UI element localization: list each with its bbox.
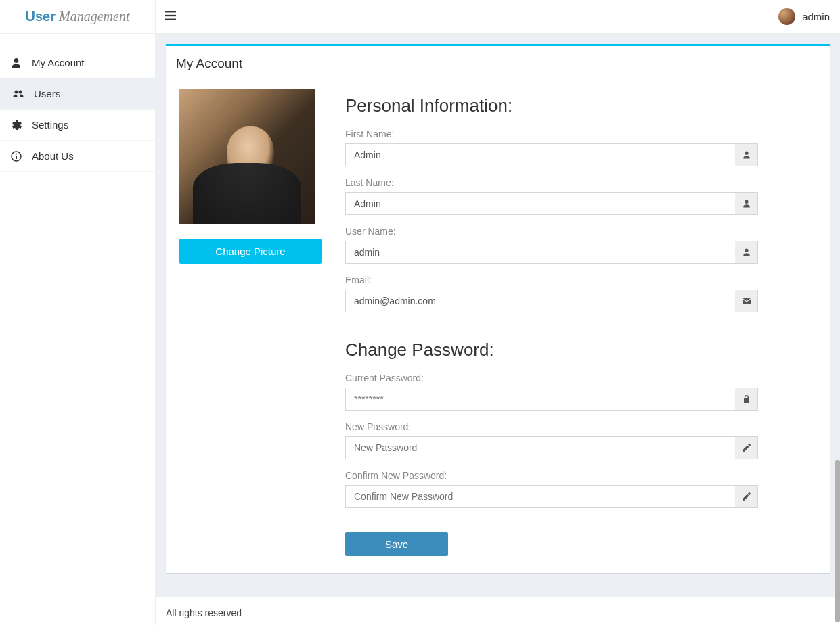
form-column: Personal Information: First Name: Last N…	[345, 89, 758, 556]
sidebar-item-label: About Us	[32, 150, 74, 162]
user-avatar-small	[778, 8, 795, 25]
svg-rect-1	[165, 15, 176, 16]
user-icon	[10, 57, 22, 68]
footer: All rights reserved	[156, 597, 840, 625]
sidebar-item-settings[interactable]: Settings	[0, 110, 155, 141]
hamburger-icon	[165, 10, 176, 23]
first-name-group: First Name:	[345, 129, 758, 166]
user-icon	[735, 143, 758, 166]
page-title: My Account	[176, 56, 820, 71]
content-wrapper: My Account Change Picture Personal Infor…	[156, 34, 840, 597]
email-input[interactable]	[345, 290, 758, 312]
confirm-password-label: Confirm New Password:	[345, 470, 758, 481]
sidebar-item-label: My Account	[32, 57, 85, 68]
last-name-label: Last Name:	[345, 177, 758, 188]
user-menu[interactable]: admin	[768, 0, 840, 34]
save-button[interactable]: Save	[345, 532, 448, 556]
svg-point-3	[15, 90, 18, 93]
sidebar-toggle-button[interactable]	[156, 0, 185, 34]
logo-text: User Management	[26, 9, 130, 24]
scrollbar-thumb[interactable]	[835, 460, 840, 622]
footer-text: All rights reserved	[166, 607, 242, 618]
profile-picture	[179, 89, 315, 224]
current-password-group: Current Password:	[345, 373, 758, 411]
email-group: Email:	[345, 275, 758, 312]
input-wrap	[345, 192, 758, 215]
svg-point-7	[16, 153, 17, 154]
sidebar-spacer	[0, 34, 155, 47]
gear-icon	[10, 120, 22, 131]
scrollbar-track[interactable]	[835, 34, 840, 625]
sidebar-item-users[interactable]: Users	[0, 78, 155, 110]
current-password-input[interactable]	[345, 388, 758, 411]
logo-user-part: User	[26, 9, 56, 24]
input-wrap	[345, 143, 758, 166]
profile-picture-column: Change Picture	[179, 89, 322, 556]
svg-point-4	[19, 90, 22, 93]
box-body: Change Picture Personal Information: Fir…	[166, 78, 830, 573]
svg-rect-2	[165, 19, 176, 20]
last-name-input[interactable]	[345, 192, 758, 215]
svg-rect-6	[16, 156, 17, 159]
personal-info-heading: Personal Information:	[345, 95, 758, 116]
new-password-label: New Password:	[345, 421, 758, 432]
unlock-icon	[735, 388, 758, 411]
sidebar-item-label: Users	[34, 88, 60, 99]
box-header: My Account	[166, 46, 830, 78]
sidebar-item-my-account[interactable]: My Account	[0, 47, 155, 78]
input-wrap	[345, 241, 758, 264]
last-name-group: Last Name:	[345, 177, 758, 215]
user-name-label: User Name:	[345, 226, 758, 237]
input-wrap	[345, 485, 758, 508]
input-wrap	[345, 388, 758, 411]
user-icon	[735, 241, 758, 264]
my-account-box: My Account Change Picture Personal Infor…	[166, 44, 830, 573]
current-password-label: Current Password:	[345, 373, 758, 384]
logo-mgmt-part: Management	[56, 9, 129, 24]
email-label: Email:	[345, 275, 758, 285]
app-logo[interactable]: User Management	[0, 0, 156, 34]
new-password-input[interactable]	[345, 436, 758, 459]
sidebar: My Account Users Settings About Us	[0, 34, 156, 625]
info-icon	[10, 151, 22, 162]
change-password-heading: Change Password:	[345, 340, 758, 361]
input-wrap	[345, 290, 758, 312]
sidebar-item-label: Settings	[32, 119, 68, 131]
new-password-group: New Password:	[345, 421, 758, 459]
envelope-icon	[735, 290, 758, 312]
first-name-input[interactable]	[345, 143, 758, 166]
svg-rect-0	[165, 11, 176, 12]
users-icon	[12, 89, 24, 99]
user-name-group: User Name:	[345, 226, 758, 264]
top-header: User Management admin	[0, 0, 840, 34]
pencil-icon	[735, 485, 758, 508]
confirm-password-input[interactable]	[345, 485, 758, 508]
pencil-icon	[735, 436, 758, 459]
user-name-input[interactable]	[345, 241, 758, 264]
change-picture-button[interactable]: Change Picture	[179, 239, 322, 264]
user-icon	[735, 192, 758, 215]
confirm-password-group: Confirm New Password:	[345, 470, 758, 508]
user-menu-name: admin	[802, 11, 830, 22]
input-wrap	[345, 436, 758, 459]
sidebar-item-about-us[interactable]: About Us	[0, 141, 155, 172]
first-name-label: First Name:	[345, 129, 758, 139]
